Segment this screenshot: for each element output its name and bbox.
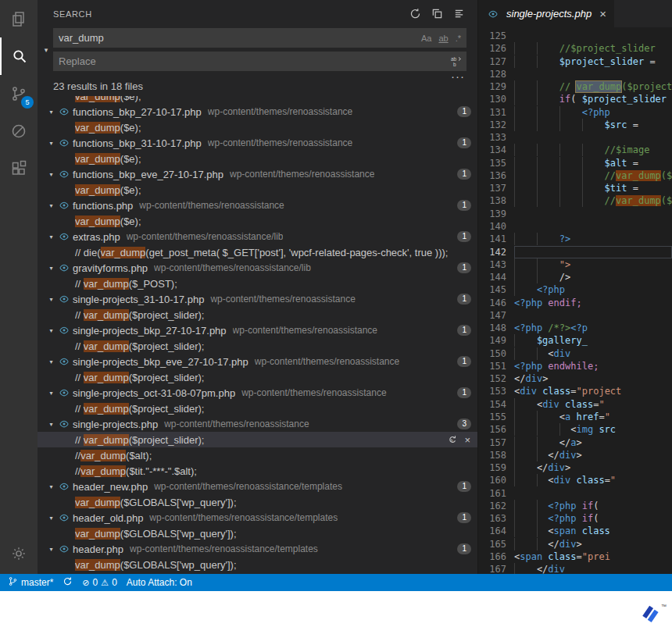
search-result-file-row[interactable]: ▾header.phpwp-content/themes/renoassista… <box>38 541 477 557</box>
search-result-match-row[interactable]: // die(var_dump(get_post_meta( $_GET['po… <box>38 244 477 260</box>
search-result-match-row[interactable]: var_dump($GLOBALS['wp_query']); <box>38 494 477 510</box>
search-result-file-row[interactable]: ▾functions_bkp_31-10-17.phpwp-content/th… <box>38 135 477 151</box>
search-result-file-row[interactable]: ▾header_new.phpwp-content/themes/renoass… <box>38 479 477 494</box>
line-number: 153 <box>478 385 514 397</box>
branch-indicator[interactable]: master* <box>8 576 53 589</box>
twistie-icon[interactable]: ▾ <box>45 546 57 553</box>
search-result-file-row[interactable]: ▾functions_bkp_eve_27-10-17.phpwp-conten… <box>38 166 477 182</box>
php-file-icon <box>59 543 70 554</box>
match-count-badge: 1 <box>457 325 471 336</box>
search-result-file-row[interactable]: ▾single-projects_31-10-17.phpwp-content/… <box>38 291 477 307</box>
replace-all-icon[interactable]: abb <box>450 55 463 67</box>
search-result-match-row[interactable]: //var_dump($tit."-***-".$alt); <box>38 463 477 479</box>
line-number: 147 <box>478 309 514 322</box>
tab-single-projects-php[interactable]: single-projects.php × <box>478 0 614 27</box>
code-line: 141?> <box>478 233 672 245</box>
branch-icon <box>8 576 18 589</box>
line-text: <?php if( <box>514 512 672 525</box>
match-highlight: var_dump <box>80 465 126 477</box>
indent-guides <box>514 423 570 436</box>
tab-close-icon[interactable]: × <box>599 8 606 20</box>
search-result-match-row[interactable]: var_dump($e); <box>38 119 477 135</box>
twistie-icon[interactable]: ▾ <box>45 296 57 303</box>
search-result-file-row[interactable]: ▾single-projects.phpwp-content/themes/re… <box>38 416 477 432</box>
line-number: 154 <box>478 398 514 411</box>
match-text: //var_dump($tit."-***-".$alt); <box>75 465 197 477</box>
activity-bar-item-explorer[interactable] <box>0 0 38 37</box>
search-result-match-row[interactable]: //var_dump($alt); <box>38 447 477 463</box>
indent-guides <box>514 500 548 512</box>
activity-bar-item-debug[interactable] <box>0 112 38 150</box>
problems-indicator[interactable]: ⊘ 0 ⚠ 0 <box>82 577 116 588</box>
indent-guides <box>514 42 559 55</box>
search-result-file-row[interactable]: ▾gravityforms.phpwp-content/themes/renoa… <box>38 260 477 276</box>
code-line: 129// var_dump($project_slider); <box>478 80 672 93</box>
twistie-icon[interactable]: ▾ <box>45 327 57 334</box>
twistie-icon[interactable]: ▾ <box>45 202 57 209</box>
regex-icon[interactable]: .* <box>456 34 461 43</box>
activity-bar: 5 <box>0 0 38 574</box>
match-text: // var_dump($_POST); <box>75 278 177 290</box>
file-name: single-projects_oct-31-08-07pm.php <box>73 387 235 399</box>
twistie-icon[interactable]: ▾ <box>45 515 57 522</box>
search-input[interactable] <box>53 28 466 48</box>
twistie-icon[interactable]: ▾ <box>45 421 57 428</box>
match-highlight: var_dump <box>75 528 120 540</box>
search-result-file-row[interactable]: ▾functions_bkp_27-10-17.phpwp-content/th… <box>38 104 477 119</box>
twistie-icon[interactable]: ▾ <box>45 140 57 147</box>
twistie-icon[interactable]: ▾ <box>45 358 57 365</box>
svg-text:b: b <box>453 62 456 67</box>
code-line: 157</a> <box>478 436 672 449</box>
results-summary: 23 results in 18 files <box>53 80 465 92</box>
more-actions-button[interactable]: ··· <box>53 73 465 80</box>
code-area[interactable]: 125126//$project_slider127$project_slide… <box>478 27 672 574</box>
twistie-icon[interactable]: ▾ <box>45 233 57 240</box>
search-result-file-row[interactable]: ▾functions.phpwp-content/themes/renoassi… <box>38 198 477 213</box>
search-result-file-row[interactable]: ▾single-projects_bkp_27-10-17.phpwp-cont… <box>38 322 477 338</box>
sync-button[interactable] <box>63 576 73 589</box>
search-result-match-row[interactable]: // var_dump($project_slider); <box>38 401 477 416</box>
file-name: single-projects.php <box>73 419 158 430</box>
auto-attach-indicator[interactable]: Auto Attach: On <box>127 577 192 588</box>
whole-word-icon[interactable]: ab <box>438 34 448 43</box>
search-result-match-row[interactable]: var_dump($e); <box>38 151 477 166</box>
dismiss-icon[interactable]: × <box>464 435 470 445</box>
match-text: var_dump($e); <box>75 96 141 102</box>
twistie-icon[interactable]: ▾ <box>45 109 57 116</box>
search-result-file-row[interactable]: ▾single-projects_bkp_eve_27-10-17.phpwp-… <box>38 354 477 369</box>
php-file-icon <box>59 169 70 180</box>
toggle-replace-icon[interactable]: ▾ <box>39 28 53 71</box>
activity-bar-item-source-control[interactable]: 5 <box>0 75 38 112</box>
twistie-icon[interactable]: ▾ <box>45 483 57 490</box>
line-text: <?php endif; <box>514 297 672 309</box>
activity-bar-item-search[interactable] <box>0 37 38 75</box>
twistie-icon[interactable]: ▾ <box>45 390 57 397</box>
line-text: <div class=" <box>514 398 672 411</box>
search-result-file-row[interactable]: ▾extras.phpwp-content/themes/renoassista… <box>38 229 477 244</box>
search-panel-actions <box>409 8 465 20</box>
search-result-match-row[interactable]: // var_dump($_POST); <box>38 276 477 291</box>
search-result-match-row[interactable]: var_dump($GLOBALS['wp_query']); <box>38 525 477 541</box>
match-text: var_dump($e); <box>75 122 141 134</box>
activity-bar-item-extensions[interactable] <box>0 150 38 187</box>
settings-gear-button[interactable] <box>0 536 38 574</box>
search-result-file-row[interactable]: ▾single-projects_oct-31-08-07pm.phpwp-co… <box>38 385 477 401</box>
indent-guides <box>514 398 537 411</box>
code-line: 139 <box>478 208 672 220</box>
search-result-match-row[interactable]: // var_dump($project_slider); <box>38 307 477 322</box>
twistie-icon[interactable]: ▾ <box>45 265 57 272</box>
search-result-file-row[interactable]: ▾header_old.phpwp-content/themes/renoass… <box>38 510 477 525</box>
search-result-match-row[interactable]: // var_dump($project_slider); <box>38 338 477 354</box>
match-case-icon[interactable]: Aa <box>421 34 431 43</box>
search-result-match-row[interactable]: // var_dump($project_slider);b× <box>38 432 477 447</box>
twistie-icon[interactable]: ▾ <box>45 171 57 178</box>
search-result-match-row[interactable]: var_dump($e); <box>38 182 477 198</box>
replace-input[interactable] <box>53 52 466 71</box>
search-result-match-row[interactable]: // var_dump($project_slider); <box>38 369 477 385</box>
search-result-match-row[interactable]: var_dump($e); <box>38 96 477 104</box>
indent-guides <box>514 119 605 131</box>
replace-icon[interactable]: b <box>447 434 458 445</box>
search-result-match-row[interactable]: var_dump($e); <box>38 213 477 229</box>
search-result-match-row[interactable]: var_dump($GLOBALS['wp_query']); <box>38 557 477 572</box>
code-line: 137$tit = <box>478 182 672 194</box>
